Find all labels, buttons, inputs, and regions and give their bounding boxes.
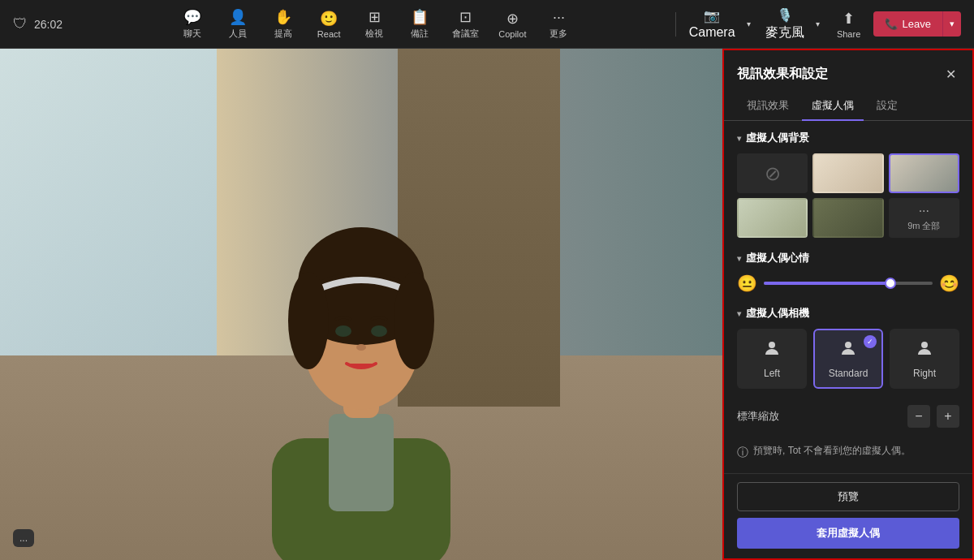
svg-point-13 [845,342,851,348]
nav-raise[interactable]: ✋ 提高 [262,5,304,43]
share-icon: ⬆ [843,10,855,28]
svg-point-8 [371,325,387,337]
zoom-plus-button[interactable]: + [937,405,959,428]
timer: 26:02 [34,18,67,31]
more-backgrounds-label: 9m 全部 [907,220,940,232]
tab-avatar[interactable]: 虛擬人偶 [802,92,864,121]
mood-max-icon: 😊 [939,274,959,293]
nav-view-label: 檢視 [365,28,383,40]
nav-more[interactable]: ··· 更多 [537,6,580,43]
leave-button[interactable]: 📞 Leave ▾ [873,11,961,37]
leave-dropdown-arrow[interactable]: ▾ [942,11,961,37]
nav-view[interactable]: ⊞ 檢視 [353,5,395,43]
mood-slider[interactable] [764,282,933,285]
mood-slider-thumb[interactable] [885,278,896,289]
zoom-label: 標準縮放 [737,409,779,424]
leave-label: Leave [903,18,931,30]
no-background-icon: ⊘ [765,162,781,185]
mood-chevron-icon: ▾ [737,254,741,263]
camera-right-label: Right [913,368,936,379]
mic-icon: 🎙️ [777,7,793,23]
window-light [0,49,217,407]
camera-right[interactable]: Right [890,329,959,389]
video-background: ... [0,49,722,560]
svg-point-9 [356,344,366,351]
mood-section: ▾ 虛擬人偶心情 😐 😊 [737,251,959,293]
preview-button[interactable]: 預覽 [737,482,959,511]
camera-icon: 📷 [704,8,720,24]
camera-left-icon [762,338,782,363]
background-section-header[interactable]: ▾ 虛擬人偶背景 [737,131,959,145]
svg-point-14 [921,342,928,348]
camera-arrow[interactable]: ▾ [742,5,756,43]
close-button[interactable]: ✕ [942,63,959,85]
svg-point-11 [394,272,434,369]
panel-body: ▾ 虛擬人偶背景 ⊘ ··· 9m 全部 [724,121,972,473]
camera-button[interactable]: 📷 Camera [683,5,742,43]
camera-section-header[interactable]: ▾ 虛擬人偶相機 [737,306,959,321]
nav-raise-label: 提高 [274,28,292,40]
svg-point-7 [335,325,351,337]
leave-main[interactable]: 📞 Leave [873,11,942,37]
nav-chat-label: 聊天 [183,28,201,40]
background-chevron-icon: ▾ [737,134,741,143]
zoom-minus-button[interactable]: − [907,405,930,428]
copilot-icon: ⊕ [506,10,519,28]
background-section-title: 虛擬人偶背景 [746,131,809,145]
shield-area: 🛡 26:02 [13,15,67,32]
panel-footer: 預覽 套用虛擬人偶 [724,473,972,558]
tab-video-effects[interactable]: 視訊效果 [737,92,799,121]
bg-room4[interactable] [812,198,883,238]
view-icon: ⊞ [368,8,381,26]
notes-icon: 📋 [411,8,429,26]
rooms-icon: ⊡ [459,8,472,26]
svg-point-10 [288,272,329,369]
bg-room3[interactable] [737,198,808,238]
mood-section-header[interactable]: ▾ 虛擬人偶心情 [737,251,959,265]
mic-button[interactable]: 🎙️ 麥克風 [759,4,811,45]
bg-room1[interactable] [812,153,883,193]
bg-more[interactable]: ··· 9m 全部 [889,198,959,238]
zoom-controls: − + [907,405,959,428]
panel-tabs: 視訊效果 虛擬人偶 設定 [724,92,972,121]
mic-control: 🎙️ 麥克風 ▾ [759,4,825,45]
chat-bubble-button[interactable]: ... [13,529,34,547]
background-grid: ⊘ ··· 9m 全部 [737,153,959,238]
nav-notes[interactable]: 📋 備註 [399,5,441,43]
info-icon: ⓘ [737,445,748,461]
bg-room2[interactable] [889,153,959,193]
nav-react[interactable]: 🙂 React [308,6,350,42]
mic-arrow[interactable]: ▾ [811,4,825,45]
svg-point-12 [769,342,775,348]
mic-label: 麥克風 [765,24,804,41]
panel-title: 視訊效果和設定 [737,66,828,83]
background-section: ▾ 虛擬人偶背景 ⊘ ··· 9m 全部 [737,131,959,238]
info-row: ⓘ 預覽時, Tot 不會看到您的虛擬人偶。 [737,444,959,461]
nav-copilot[interactable]: ⊕ Copilot [490,6,534,42]
nav-items: 💬 聊天 👤 人員 ✋ 提高 🙂 React ⊞ 檢視 📋 備註 ⊡ 會議室 ⊕ [83,5,669,43]
camera-options: Left ✓ Standard [737,329,959,389]
nav-rooms[interactable]: ⊡ 會議室 [444,5,487,43]
react-icon: 🙂 [320,10,338,28]
tab-settings[interactable]: 設定 [867,92,907,121]
nav-rooms-label: 會議室 [452,28,479,40]
camera-right-icon [915,338,934,363]
mood-row: 😐 😊 [737,274,959,293]
chat-icon: 💬 [183,8,201,26]
apply-avatar-button[interactable]: 套用虛擬人偶 [737,518,959,549]
main-content: ... 視訊效果和設定 ✕ 視訊效果 虛擬人偶 設定 ▾ 虛擬人偶背景 [0,49,974,560]
nav-react-label: React [317,29,341,39]
bg-none[interactable]: ⊘ [737,153,808,193]
right-panel: 視訊效果和設定 ✕ 視訊效果 虛擬人偶 設定 ▾ 虛擬人偶背景 ⊘ [722,49,974,560]
svg-rect-2 [329,414,394,511]
nav-people[interactable]: 👤 人員 [217,5,259,43]
camera-control: 📷 Camera ▾ [683,5,756,43]
mood-slider-fill [764,282,890,285]
share-button[interactable]: ⬆ Share [828,6,870,42]
camera-standard-label: Standard [829,368,868,379]
camera-left[interactable]: Left [737,329,807,389]
camera-standard[interactable]: ✓ Standard [813,329,883,389]
nav-chat[interactable]: 💬 聊天 [171,5,213,43]
more-backgrounds-icon: ··· [919,204,929,218]
nav-copilot-label: Copilot [498,29,526,39]
